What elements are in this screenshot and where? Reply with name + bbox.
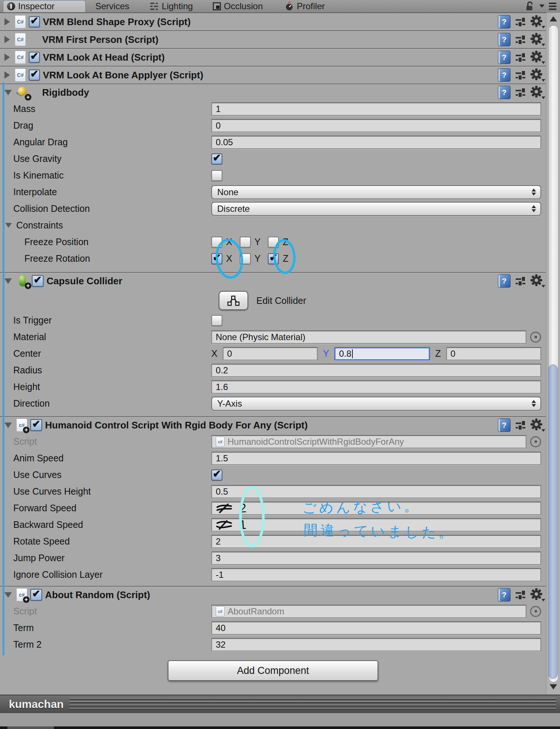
foldout-closed-icon[interactable] bbox=[4, 54, 12, 61]
component-header[interactable]: + ✔ Capsule Collider ? bbox=[0, 273, 546, 289]
center-x-input[interactable]: 0 bbox=[223, 347, 318, 360]
is-kinematic-checkbox[interactable] bbox=[211, 170, 222, 181]
freeze-rotation-z-checkbox[interactable]: ✔ bbox=[268, 253, 279, 264]
gear-icon[interactable] bbox=[530, 51, 542, 64]
presets-icon[interactable] bbox=[515, 590, 526, 600]
lock-icon[interactable] bbox=[525, 1, 535, 11]
scroll-down-arrow-icon[interactable] bbox=[550, 684, 557, 689]
is-trigger-checkbox[interactable] bbox=[211, 315, 222, 326]
help-icon[interactable]: ? bbox=[498, 418, 511, 432]
component-enabled-checkbox[interactable]: ✔ bbox=[29, 69, 40, 81]
gear-icon[interactable] bbox=[530, 86, 542, 99]
anim-speed-input[interactable]: 1.5 bbox=[211, 452, 541, 465]
tab-occlusion[interactable]: Occlusion bbox=[211, 0, 264, 12]
forward-speed-input[interactable]: 2 bbox=[211, 502, 541, 515]
object-picker-icon[interactable] bbox=[530, 332, 541, 343]
scroll-up-arrow-icon[interactable] bbox=[550, 16, 557, 21]
gear-icon[interactable] bbox=[530, 33, 542, 46]
presets-icon[interactable] bbox=[515, 70, 526, 80]
help-icon[interactable]: ? bbox=[498, 51, 511, 64]
foldout-closed-icon[interactable] bbox=[4, 36, 12, 43]
menu-icon[interactable] bbox=[549, 3, 556, 10]
constraints-foldout[interactable]: Constraints bbox=[0, 217, 546, 234]
scrollbar-thumb[interactable] bbox=[548, 364, 558, 679]
component-header[interactable]: c#+ ✔ About Random (Script) ? bbox=[0, 587, 546, 603]
component-header[interactable]: C# ✔ VRM Look At Bone Applyer (Script) ? bbox=[0, 67, 546, 84]
object-picker-icon[interactable] bbox=[530, 436, 541, 447]
gear-icon[interactable] bbox=[530, 418, 542, 432]
presets-icon[interactable] bbox=[515, 276, 526, 286]
freeze-rotation-y-checkbox[interactable] bbox=[240, 253, 251, 264]
component-header[interactable]: C# VRM First Person (Script) ? bbox=[0, 31, 546, 48]
direction-dropdown[interactable]: Y-Axis bbox=[211, 397, 541, 411]
component-header[interactable]: C# ✔ VRM Look At Head (Script) ? bbox=[0, 49, 546, 66]
script-object-field[interactable]: c# AboutRandom bbox=[211, 605, 526, 618]
vertical-scrollbar[interactable] bbox=[546, 13, 560, 695]
component-enabled-checkbox[interactable]: ✔ bbox=[30, 419, 42, 431]
foldout-open-icon[interactable] bbox=[4, 278, 12, 284]
add-component-button[interactable]: Add Component bbox=[168, 660, 378, 681]
interpolate-dropdown[interactable]: None bbox=[211, 185, 541, 199]
tab-services[interactable]: Services bbox=[94, 0, 131, 12]
freeze-position-x-checkbox[interactable] bbox=[211, 237, 222, 248]
term2-input[interactable]: 32 bbox=[211, 638, 541, 651]
component-header[interactable]: + Rigidbody ? bbox=[0, 84, 546, 101]
foldout-open-icon[interactable] bbox=[4, 90, 12, 95]
foldout-closed-icon[interactable] bbox=[4, 71, 12, 79]
mass-input[interactable]: 1 bbox=[211, 102, 541, 116]
help-icon[interactable]: ? bbox=[498, 274, 511, 288]
gear-icon[interactable] bbox=[530, 68, 542, 82]
tab-lighting[interactable]: Lighting bbox=[148, 0, 194, 12]
height-input[interactable]: 1.6 bbox=[211, 380, 541, 394]
presets-icon[interactable] bbox=[515, 88, 526, 97]
edit-collider-button[interactable] bbox=[219, 291, 248, 310]
script-object-field[interactable]: c# HumanoidControlScriptWithRgidBodyForA… bbox=[211, 435, 526, 448]
component-header[interactable]: C# ✔ VRM Blend Shape Proxy (Script) ? bbox=[0, 13, 546, 30]
freeze-position-z-checkbox[interactable] bbox=[268, 237, 279, 248]
freeze-rotation-x-checkbox[interactable]: ✔ bbox=[211, 253, 222, 264]
rotate-speed-input[interactable]: 2 bbox=[211, 535, 541, 548]
gear-icon[interactable] bbox=[530, 274, 542, 288]
window-title-bar[interactable]: kumachan bbox=[0, 695, 560, 713]
component-enabled-checkbox[interactable]: ✔ bbox=[30, 589, 42, 601]
use-curves-checkbox[interactable]: ✔ bbox=[211, 469, 222, 481]
component-enabled-checkbox[interactable]: ✔ bbox=[29, 52, 40, 63]
use-curves-height-input[interactable]: 0.5 bbox=[211, 485, 541, 498]
presets-icon[interactable] bbox=[515, 420, 526, 430]
tab-profiler[interactable]: Profiler bbox=[283, 0, 326, 12]
component-enabled-checkbox[interactable]: ✔ bbox=[32, 275, 44, 287]
freeze-position-y-checkbox[interactable] bbox=[240, 237, 251, 248]
center-z-input[interactable]: 0 bbox=[446, 347, 541, 360]
presets-icon[interactable] bbox=[515, 17, 526, 27]
help-icon[interactable]: ? bbox=[498, 15, 511, 28]
help-icon[interactable]: ? bbox=[498, 68, 511, 82]
help-icon[interactable]: ? bbox=[498, 33, 511, 46]
radius-input[interactable]: 0.2 bbox=[211, 364, 541, 377]
foldout-open-icon[interactable] bbox=[4, 423, 12, 428]
component-header[interactable]: c#+ ✔ Humanoid Control Script With Rgid … bbox=[0, 417, 546, 433]
gear-icon[interactable] bbox=[530, 588, 542, 601]
foldout-open-icon[interactable] bbox=[4, 592, 12, 598]
ignore-collision-layer-input[interactable]: -1 bbox=[211, 568, 541, 581]
material-object-field[interactable]: None (Physic Material) bbox=[211, 330, 526, 344]
component-enabled-checkbox[interactable]: ✔ bbox=[29, 16, 40, 27]
foldout-closed-icon[interactable] bbox=[4, 18, 12, 26]
presets-icon[interactable] bbox=[515, 52, 526, 62]
field-row-freeze-rotation: Freeze Rotation ✔X Y ✔Z bbox=[0, 250, 546, 267]
help-icon[interactable]: ? bbox=[498, 588, 511, 601]
dropdown-caret-icon[interactable] bbox=[539, 4, 544, 8]
use-gravity-checkbox[interactable]: ✔ bbox=[211, 153, 222, 165]
term-input[interactable]: 40 bbox=[211, 621, 541, 635]
collision-detection-dropdown[interactable]: Discrete bbox=[211, 202, 541, 216]
jump-power-input[interactable]: 3 bbox=[211, 552, 541, 565]
drag-input[interactable]: 0 bbox=[211, 119, 541, 132]
presets-icon[interactable] bbox=[515, 35, 526, 44]
gear-icon[interactable] bbox=[530, 15, 542, 28]
center-y-input[interactable]: 0.8 bbox=[334, 347, 430, 360]
help-icon[interactable]: ? bbox=[498, 86, 511, 99]
foldout-open-icon[interactable] bbox=[5, 223, 12, 228]
backward-speed-input[interactable]: 1 bbox=[211, 518, 541, 532]
angular-drag-input[interactable]: 0.05 bbox=[211, 136, 541, 149]
object-picker-icon[interactable] bbox=[530, 606, 541, 617]
tab-inspector[interactable]: Inspector bbox=[3, 0, 86, 12]
